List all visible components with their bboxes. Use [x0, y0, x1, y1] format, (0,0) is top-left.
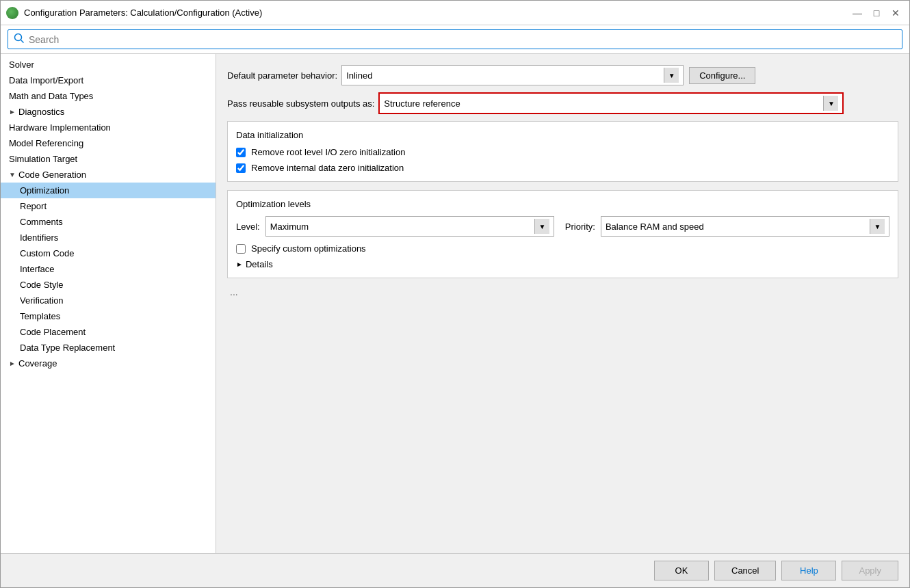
default-param-row: Default parameter behavior: Inlined ▼ Co… [227, 65, 898, 85]
priority-arrow[interactable]: ▼ [870, 219, 885, 234]
sidebar-item-code-placement[interactable]: Code Placement [1, 324, 216, 340]
checkbox-root-io-row: Remove root level I/O zero initializatio… [236, 147, 889, 157]
remove-root-io-label: Remove root level I/O zero initializatio… [251, 147, 405, 157]
sidebar-item-solver[interactable]: Solver [1, 57, 216, 72]
content-panel: Default parameter behavior: Inlined ▼ Co… [216, 54, 909, 553]
chevron-down-icon: ▼ [9, 171, 16, 178]
search-input[interactable] [29, 34, 896, 45]
configure-button[interactable]: Configure... [689, 67, 755, 84]
minimize-button[interactable]: — [849, 5, 866, 21]
sidebar-item-hardware-impl[interactable]: Hardware Implementation [1, 120, 216, 135]
remove-root-io-checkbox[interactable] [236, 148, 246, 157]
details-row[interactable]: ► Details [236, 259, 889, 269]
sidebar-item-data-type-replacement[interactable]: Data Type Replacement [1, 340, 216, 356]
data-init-section: Data initialization Remove root level I/… [227, 121, 898, 182]
svg-point-0 [15, 34, 22, 41]
default-param-dropdown[interactable]: Inlined ▼ [341, 65, 684, 85]
sidebar-item-optimization[interactable]: Optimization [1, 183, 216, 198]
chevron-right-icon-coverage: ► [9, 360, 16, 367]
app-icon [6, 7, 18, 19]
window-title: Configuration Parameters: Calculation/Co… [24, 8, 262, 18]
priority-dropdown[interactable]: Balance RAM and speed ▼ [601, 216, 889, 237]
default-param-arrow[interactable]: ▼ [664, 68, 679, 83]
search-icon [14, 33, 25, 46]
pass-reusable-control: Structure reference ▼ [378, 92, 898, 114]
sidebar-item-comments[interactable]: Comments [1, 214, 216, 230]
pass-reusable-label: Pass reusable subsystem outputs as: [227, 98, 374, 109]
close-button[interactable]: ✕ [887, 5, 904, 21]
sidebar-item-math-data-types[interactable]: Math and Data Types [1, 88, 216, 104]
sidebar-item-interface[interactable]: Interface [1, 261, 216, 277]
custom-opt-checkbox[interactable] [236, 244, 246, 254]
maximize-button[interactable]: □ [868, 5, 885, 21]
remove-internal-data-checkbox[interactable] [236, 163, 246, 173]
search-wrap [8, 29, 902, 49]
search-bar [1, 25, 909, 54]
main-content: Solver Data Import/Export Math and Data … [1, 54, 909, 553]
data-init-title: Data initialization [236, 130, 889, 140]
sidebar-item-templates[interactable]: Templates [1, 308, 216, 324]
sidebar-item-model-referencing[interactable]: Model Referencing [1, 135, 216, 151]
priority-label: Priority: [565, 222, 595, 232]
level-label: Level: [236, 222, 260, 232]
remove-internal-data-label: Remove internal data zero initialization [251, 163, 404, 173]
sidebar-item-custom-code[interactable]: Custom Code [1, 245, 216, 261]
sidebar-item-code-style[interactable]: Code Style [1, 277, 216, 293]
footer: OK Cancel Help Apply [1, 553, 909, 587]
cancel-button[interactable]: Cancel [714, 561, 776, 580]
sidebar-item-diagnostics[interactable]: ► Diagnostics [1, 104, 216, 120]
apply-button[interactable]: Apply [842, 561, 898, 580]
default-param-control: Inlined ▼ Configure... [341, 65, 898, 85]
opt-levels-title: Optimization levels [236, 199, 889, 209]
title-bar: Configuration Parameters: Calculation/Co… [1, 1, 909, 25]
chevron-right-icon: ► [9, 108, 16, 116]
sidebar-item-code-generation[interactable]: ▼ Code Generation [1, 167, 216, 183]
sidebar-item-report[interactable]: Report [1, 198, 216, 214]
svg-line-1 [21, 40, 24, 43]
ok-button[interactable]: OK [654, 561, 709, 580]
sidebar: Solver Data Import/Export Math and Data … [1, 54, 216, 553]
level-dropdown[interactable]: Maximum ▼ [265, 216, 554, 237]
custom-opt-label: Specify custom optimizations [251, 243, 366, 254]
pass-reusable-dropdown[interactable]: Structure reference ▼ [378, 92, 844, 114]
details-label: Details [246, 259, 273, 269]
sidebar-item-identifiers[interactable]: Identifiers [1, 230, 216, 245]
title-controls: — □ ✕ [849, 5, 904, 21]
help-button[interactable]: Help [781, 561, 836, 580]
sidebar-item-coverage[interactable]: ► Coverage [1, 356, 216, 371]
pass-reusable-arrow[interactable]: ▼ [823, 96, 838, 111]
sidebar-item-data-import-export[interactable]: Data Import/Export [1, 72, 216, 88]
level-arrow[interactable]: ▼ [534, 219, 549, 234]
chevron-right-details-icon: ► [236, 260, 243, 268]
checkbox-internal-data-row: Remove internal data zero initialization [236, 163, 889, 173]
sidebar-item-verification[interactable]: Verification [1, 293, 216, 308]
ellipsis: ... [230, 286, 898, 297]
sidebar-item-simulation-target[interactable]: Simulation Target [1, 151, 216, 167]
opt-levels-section: Optimization levels Level: Maximum ▼ Pri… [227, 190, 898, 278]
default-param-label: Default parameter behavior: [227, 70, 337, 81]
opt-levels-row: Level: Maximum ▼ Priority: Balance RAM a… [236, 216, 889, 237]
custom-opt-row: Specify custom optimizations [236, 243, 889, 254]
pass-reusable-row: Pass reusable subsystem outputs as: Stru… [227, 92, 898, 114]
main-window: Configuration Parameters: Calculation/Co… [0, 0, 910, 588]
title-bar-left: Configuration Parameters: Calculation/Co… [6, 7, 262, 19]
